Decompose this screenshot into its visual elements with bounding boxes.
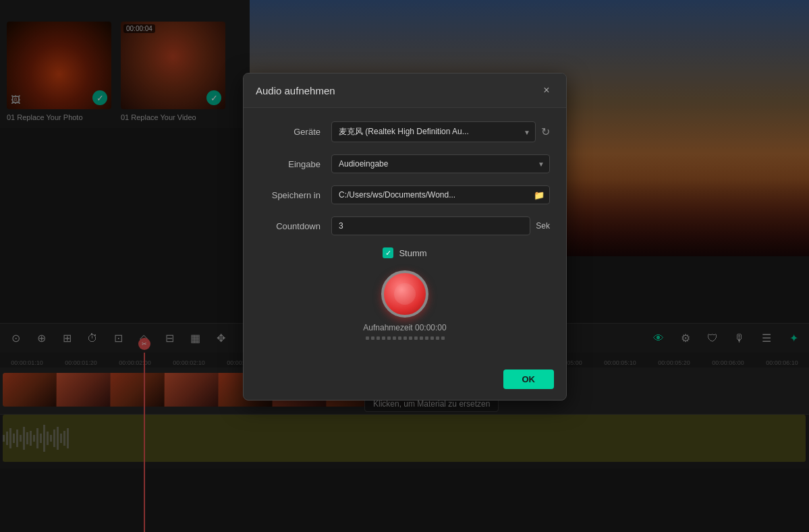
audio-record-modal: Audio aufnehmen × Geräte 麦克风 (Realtek Hi… bbox=[243, 73, 567, 401]
countdown-label: Countdown bbox=[260, 221, 320, 231]
record-time-label: Aufnahmezeit 00:00:00 bbox=[363, 323, 446, 332]
refresh-icon[interactable]: ↻ bbox=[541, 125, 550, 138]
progress-dot bbox=[414, 336, 418, 340]
stumm-row: ✓ Stumm bbox=[260, 247, 550, 258]
progress-dot bbox=[403, 336, 407, 340]
speichern-control: C:/Users/ws/Documents/Wond... 📁 bbox=[331, 185, 550, 204]
speichern-label: Speichern in bbox=[260, 190, 320, 200]
countdown-control bbox=[331, 216, 530, 235]
speichern-row: Speichern in C:/Users/ws/Documents/Wond.… bbox=[260, 185, 550, 204]
progress-dot bbox=[425, 336, 428, 340]
progress-dot bbox=[387, 336, 391, 340]
eingabe-label: Eingabe bbox=[260, 159, 320, 169]
progress-dot bbox=[393, 336, 396, 340]
progress-dot bbox=[371, 336, 374, 340]
modal-footer: OK bbox=[244, 363, 566, 400]
record-section: Aufnahmezeit 00:00:00 bbox=[260, 270, 550, 340]
record-progress-bar bbox=[366, 336, 445, 340]
eingabe-control: Audioeingabe ▼ bbox=[331, 154, 550, 173]
eingabe-select[interactable]: Audioeingabe bbox=[331, 154, 550, 173]
folder-icon[interactable]: 📁 bbox=[534, 190, 545, 200]
countdown-suffix: Sek bbox=[536, 221, 550, 231]
record-button-inner bbox=[394, 283, 416, 305]
geraete-select[interactable]: 麦克风 (Realtek High Definition Au... bbox=[331, 121, 536, 142]
progress-dot bbox=[382, 336, 385, 340]
progress-dot bbox=[409, 336, 412, 340]
progress-dot bbox=[398, 336, 401, 340]
modal-overlay: Audio aufnehmen × Geräte 麦克风 (Realtek Hi… bbox=[0, 0, 809, 532]
progress-dot bbox=[441, 336, 445, 340]
geraete-control: 麦克风 (Realtek High Definition Au... ▼ bbox=[331, 121, 536, 142]
modal-close-button[interactable]: × bbox=[539, 83, 554, 98]
countdown-row: Countdown Sek bbox=[260, 216, 550, 235]
progress-dot bbox=[420, 336, 423, 340]
progress-dot bbox=[376, 336, 380, 340]
modal-body: Geräte 麦克风 (Realtek High Definition Au..… bbox=[244, 108, 566, 363]
record-button[interactable] bbox=[381, 270, 428, 318]
countdown-input[interactable] bbox=[331, 216, 530, 235]
speichern-path[interactable]: C:/Users/ws/Documents/Wond... bbox=[331, 185, 550, 204]
geraete-row: Geräte 麦克风 (Realtek High Definition Au..… bbox=[260, 121, 550, 142]
eingabe-row: Eingabe Audioeingabe ▼ bbox=[260, 154, 550, 173]
progress-dot bbox=[366, 336, 369, 340]
stumm-checkbox[interactable]: ✓ bbox=[383, 247, 393, 258]
modal-header: Audio aufnehmen × bbox=[244, 73, 566, 108]
ok-button[interactable]: OK bbox=[503, 370, 555, 389]
modal-title: Audio aufnehmen bbox=[256, 85, 335, 96]
progress-dot bbox=[430, 336, 434, 340]
stumm-label: Stumm bbox=[399, 248, 426, 258]
progress-dot bbox=[436, 336, 439, 340]
geraete-label: Geräte bbox=[260, 127, 320, 137]
